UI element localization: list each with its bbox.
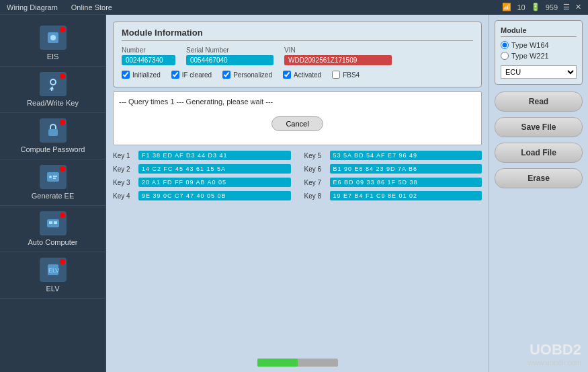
- read-button[interactable]: Read: [495, 91, 583, 112]
- checkbox-row: Initialized IF cleared Personalized Acti…: [122, 71, 473, 79]
- radio-w164-label: Type W164: [511, 41, 549, 49]
- progress-bar-container: [257, 359, 338, 367]
- top-bar-tabs: Wiring Diagram Online Store: [7, 3, 112, 11]
- sidebar-item-generate-ee[interactable]: Generate EE: [0, 159, 106, 206]
- key-7-value: E6 BD 09 33 86 1F 5D 38: [330, 178, 482, 187]
- console-area: --- Query times 1 --- Generating, please…: [113, 91, 482, 145]
- svg-rect-7: [47, 219, 59, 227]
- key-row-2: Key 2 14 C2 FC 45 43 61 15 5A: [113, 164, 291, 174]
- number-field: Number 0024467340: [122, 46, 175, 65]
- battery-icon: 🔋: [531, 3, 540, 11]
- signal-value: 10: [517, 3, 525, 11]
- tab-online-store[interactable]: Online Store: [71, 3, 112, 11]
- info-row-numbers: Number 0024467340 Serial Number 00544670…: [122, 46, 473, 65]
- right-panel: Module Type W164 Type W221 ECU Read Save…: [489, 15, 588, 372]
- red-dot: [60, 27, 65, 32]
- password-icon-box: [40, 118, 67, 143]
- key-8-label: Key 8: [304, 192, 326, 200]
- radio-type-w221[interactable]: Type W221: [501, 52, 577, 60]
- module-info-panel: Module Information Number 0024467340 Ser…: [113, 22, 482, 87]
- sidebar-label-ee: Generate EE: [32, 192, 75, 200]
- key-7-label: Key 7: [304, 179, 326, 186]
- key-5-value: 53 5A BD 54 AF E7 96 49: [330, 151, 482, 160]
- serial-field: Serial Number 0054467040: [186, 46, 274, 65]
- number-label: Number: [122, 46, 175, 54]
- module-info-title: Module Information: [122, 28, 473, 41]
- key-4-value: 9E 39 0C C7 47 40 05 0B: [138, 191, 291, 200]
- ecu-select[interactable]: ECU: [501, 65, 577, 79]
- key-row-3: Key 3 20 A1 FD FF 09 AB A0 05: [113, 178, 291, 187]
- cancel-button[interactable]: Cancel: [271, 116, 323, 131]
- sidebar-label-auto: Auto Computer: [28, 238, 78, 246]
- keys-grid: Key 1 F1 38 ED AF D3 44 D3 41 Key 5 53 5…: [113, 151, 482, 200]
- elv-icon-box: ELV: [40, 258, 67, 282]
- sidebar-label-eis: EIS: [47, 52, 59, 61]
- svg-text:ELV: ELV: [48, 267, 59, 274]
- key-row-6: Key 6 B1 90 E6 84 23 9D 7A B6: [304, 164, 482, 174]
- auto-icon-box: [40, 211, 67, 235]
- red-dot6: [60, 259, 65, 264]
- checkbox-personalized-label: Personalized: [233, 71, 272, 79]
- checkbox-if-cleared[interactable]: IF cleared: [171, 71, 212, 79]
- svg-point-1: [50, 35, 56, 40]
- top-bar: Wiring Diagram Online Store 📶 10 🔋 959 ☰…: [0, 0, 588, 15]
- checkbox-activated-label: Activated: [294, 71, 321, 79]
- vin-field: VIN WDD2092561Z171509: [284, 46, 392, 65]
- load-file-button[interactable]: Load File: [495, 143, 583, 163]
- key-row-8: Key 8 19 E7 B4 F1 C9 8E 01 02: [304, 191, 482, 200]
- red-dot2: [60, 73, 65, 79]
- key-row-5: Key 5 53 5A BD 54 AF E7 96 49: [304, 151, 482, 160]
- checkbox-activated[interactable]: Activated: [283, 71, 321, 79]
- module-box-title: Module: [501, 26, 577, 37]
- key-8-value: 19 E7 B4 F1 C9 8E 01 02: [330, 191, 482, 200]
- sidebar-label-password: Compute Password: [21, 145, 85, 153]
- vin-label: VIN: [284, 46, 392, 54]
- checkbox-personalized[interactable]: Personalized: [222, 71, 272, 79]
- key-3-value: 20 A1 FD FF 09 AB A0 05: [138, 178, 291, 187]
- checkbox-initialized[interactable]: Initialized: [122, 71, 161, 79]
- sidebar-label-elv: ELV: [46, 285, 60, 293]
- sidebar-item-auto-computer[interactable]: Auto Computer: [0, 206, 106, 252]
- key-6-value: B1 90 E6 84 23 9D 7A B6: [330, 164, 482, 174]
- svg-rect-2: [48, 129, 58, 136]
- save-file-button[interactable]: Save File: [495, 117, 583, 137]
- key-3-label: Key 3: [113, 179, 134, 186]
- tab-wiring-diagram[interactable]: Wiring Diagram: [7, 3, 58, 11]
- serial-label: Serial Number: [186, 46, 274, 54]
- signal-icon: 📶: [502, 3, 511, 11]
- svg-rect-6: [53, 178, 56, 179]
- red-dot5: [60, 213, 65, 218]
- key-5-label: Key 5: [304, 152, 326, 159]
- sidebar-item-elv[interactable]: ELV ELV: [0, 252, 106, 299]
- ee-icon-box: [40, 165, 67, 189]
- number-value: 0024467340: [122, 55, 175, 65]
- content-area: Module Information Number 0024467340 Ser…: [106, 15, 489, 372]
- red-dot3: [60, 120, 65, 125]
- red-dot4: [60, 166, 65, 172]
- watermark: UOBD2 www.uobdii.com: [528, 341, 581, 367]
- key-4-label: Key 4: [113, 192, 134, 200]
- svg-rect-8: [49, 221, 52, 224]
- menu-icon[interactable]: ☰: [563, 3, 570, 11]
- svg-rect-9: [54, 221, 57, 224]
- sidebar-label-readwrite: Read/Write Key: [27, 99, 79, 107]
- sidebar-item-eis[interactable]: EIS: [0, 20, 106, 67]
- serial-value: 0054467040: [186, 55, 274, 65]
- svg-point-4: [49, 176, 52, 178]
- top-bar-right: 📶 10 🔋 959 ☰ ✕: [502, 3, 581, 11]
- module-box: Module Type W164 Type W221 ECU: [495, 20, 583, 85]
- key-6-label: Key 6: [304, 165, 326, 173]
- key-row-1: Key 1 F1 38 ED AF D3 44 D3 41: [113, 151, 291, 160]
- sidebar-item-password[interactable]: Compute Password: [0, 113, 106, 159]
- close-icon[interactable]: ✕: [575, 3, 581, 11]
- sidebar: EIS Read/Write Key Compute Password Gene…: [0, 15, 106, 372]
- watermark-main: UOBD2: [528, 341, 581, 359]
- key-2-label: Key 2: [113, 165, 134, 173]
- radio-w221-label: Type W221: [511, 52, 549, 60]
- sidebar-item-readwrite[interactable]: Read/Write Key: [0, 67, 106, 113]
- checkbox-initialized-label: Initialized: [132, 71, 161, 79]
- radio-type-w164[interactable]: Type W164: [501, 41, 577, 49]
- erase-button[interactable]: Erase: [495, 168, 583, 188]
- eis-icon-box: [40, 26, 67, 50]
- checkbox-fbs4[interactable]: FBS4: [332, 71, 360, 79]
